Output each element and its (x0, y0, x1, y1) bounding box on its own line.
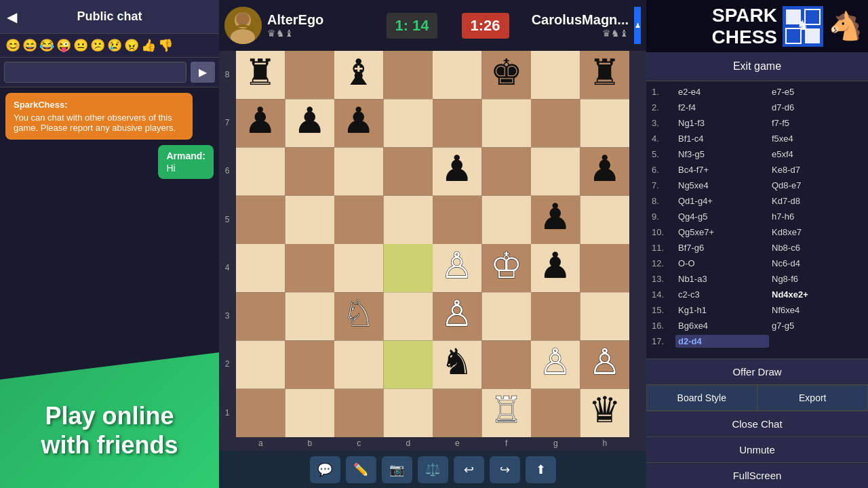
move-black[interactable]: Kd7-d8 (769, 195, 863, 207)
emoji-thumbsdown[interactable]: 👎 (158, 38, 173, 53)
board-area: AlterEgo ♛♞♝ 1: 14 1:26 CarolusMagn... ♛… (219, 0, 646, 488)
back-button[interactable]: ◀ (7, 9, 17, 25)
emoji-grin[interactable]: 😄 (22, 38, 37, 53)
right-panel: SPARK CHESS ♞ 🐴 Exit game 1.e2-e4e7-e52.… (646, 0, 868, 488)
move-row[interactable]: 16.Bg6xe4g7-g5 (652, 318, 863, 333)
move-black[interactable]: d7-d6 (769, 101, 863, 114)
player-bottom-pieces: ♛♞♝ (515, 28, 629, 39)
promo-line1: Play online (41, 401, 178, 430)
flag-toolbar-btn[interactable]: ⬆ (526, 456, 556, 483)
move-row[interactable]: 13.Nb1-a3Ng8-f6 (652, 271, 863, 287)
move-row[interactable]: 17.d2-d4 (652, 333, 863, 349)
move-row[interactable]: 14.c2-c3Nd4xe2+ (652, 287, 863, 302)
sparkchess-sender: SparkChess: (14, 100, 184, 110)
move-row[interactable]: 2.f2-f4d7-d6 (652, 100, 863, 115)
move-black[interactable]: g7-g5 (769, 319, 863, 332)
move-number: 17. (652, 336, 675, 346)
emoji-tongue[interactable]: 😜 (56, 38, 71, 53)
move-row[interactable]: 8.Qd1-g4+Kd7-d8 (652, 193, 863, 209)
move-white[interactable]: Bc4-f7+ (675, 163, 769, 176)
chat-input[interactable] (4, 62, 186, 83)
camera-toolbar-btn[interactable]: 📷 (382, 456, 412, 483)
move-number: 5. (652, 149, 675, 159)
move-white[interactable]: f2-f4 (675, 101, 769, 114)
export-button[interactable]: Export (757, 385, 869, 411)
moves-list: 1.e2-e4e7-e52.f2-f4d7-d63.Ng1-f3f7-f54.B… (646, 81, 868, 359)
move-white[interactable]: Qg4-g5 (675, 210, 769, 223)
move-black[interactable]: Nc6-d4 (769, 257, 863, 270)
balance-toolbar-btn[interactable]: ⚖️ (418, 456, 448, 483)
promo-text: Play online with friends (41, 381, 178, 460)
unmute-button[interactable]: Unmute (646, 436, 868, 462)
emoji-angry[interactable]: 😠 (124, 38, 139, 53)
move-row[interactable]: 15.Kg1-h1Nf6xe4 (652, 302, 863, 318)
move-white[interactable]: Nb1-a3 (675, 272, 769, 285)
move-white[interactable]: Ng1-f3 (675, 117, 769, 129)
move-white[interactable]: e2-e4 (675, 85, 769, 98)
move-white[interactable]: Bf1-c4 (675, 132, 769, 145)
move-white[interactable]: Kg1-h1 (675, 304, 769, 317)
player-top-info: AlterEgo ♛♞♝ (267, 12, 381, 39)
armand-text: Hi (166, 163, 205, 174)
move-white[interactable]: Qd1-g4+ (675, 195, 769, 207)
move-row[interactable]: 11.Bf7-g6Nb8-c6 (652, 240, 863, 256)
spark-header: SPARK CHESS ♞ 🐴 (646, 0, 868, 52)
move-black[interactable]: Nb8-c6 (769, 241, 863, 254)
emoji-laugh[interactable]: 😂 (39, 38, 54, 53)
move-white[interactable]: d2-d4 (675, 335, 769, 348)
move-row[interactable]: 3.Ng1-f3f7-f5 (652, 115, 863, 131)
armand-sender: Armand: (166, 150, 205, 161)
emoji-neutral[interactable]: 😐 (73, 38, 88, 53)
pencil-toolbar-btn[interactable]: ✏️ (346, 456, 376, 483)
move-row[interactable]: 9.Qg4-g5h7-h6 (652, 209, 863, 224)
move-black[interactable]: Kd8xe7 (769, 226, 863, 239)
move-row[interactable]: 1.e2-e4e7-e5 (652, 84, 863, 100)
move-row[interactable]: 4.Bf1-c4f5xe4 (652, 131, 863, 146)
move-black[interactable]: e5xf4 (769, 148, 863, 161)
emoji-sad[interactable]: 😕 (90, 38, 105, 53)
move-black[interactable]: f7-f5 (769, 117, 863, 129)
move-black[interactable]: Ke8-d7 (769, 163, 863, 176)
move-white[interactable]: Ng5xe4 (675, 179, 769, 192)
close-chat-button[interactable]: Close Chat (646, 411, 868, 436)
board-style-button[interactable]: Board Style (646, 385, 757, 411)
move-row[interactable]: 7.Ng5xe4Qd8-e7 (652, 178, 863, 193)
move-white[interactable]: c2-c3 (675, 288, 769, 301)
move-black[interactable]: Nf6xe4 (769, 304, 863, 317)
move-row[interactable]: 10.Qg5xe7+Kd8xe7 (652, 224, 863, 240)
move-number: 12. (652, 258, 675, 268)
bottom-buttons: Close Chat Unmute FullScreen (646, 411, 868, 488)
horse-icon: 🐴 (829, 10, 863, 42)
emoji-smile[interactable]: 😊 (5, 38, 20, 53)
move-row[interactable]: 6.Bc4-f7+Ke8-d7 (652, 162, 863, 178)
redo-toolbar-btn[interactable]: ↪ (490, 456, 520, 483)
move-black[interactable]: Ng8-f6 (769, 272, 863, 285)
emoji-cry[interactable]: 😢 (107, 38, 122, 53)
move-black[interactable]: e7-e5 (769, 85, 863, 98)
player-top-avatar (224, 7, 262, 44)
action-buttons: Board Style Export (646, 385, 868, 411)
move-black[interactable]: f5xe4 (769, 132, 863, 145)
move-black[interactable]: Qd8-e7 (769, 179, 863, 192)
emoji-thumbsup[interactable]: 👍 (141, 38, 156, 53)
exit-game-button[interactable]: Exit game (646, 52, 868, 81)
move-number: 10. (652, 227, 675, 237)
move-white[interactable]: Nf3-g5 (675, 148, 769, 161)
player-bottom-timer: 1:26 (462, 13, 509, 39)
move-black[interactable]: h7-h6 (769, 210, 863, 223)
chat-toolbar-btn[interactable]: 💬 (310, 456, 340, 483)
undo-toolbar-btn[interactable]: ↩ (454, 456, 484, 483)
move-white[interactable]: Qg5xe7+ (675, 226, 769, 239)
move-white[interactable]: Bg6xe4 (675, 319, 769, 332)
sparkchess-text: You can chat with other observers of thi… (14, 113, 184, 133)
move-black[interactable] (769, 340, 863, 343)
fullscreen-button[interactable]: FullScreen (646, 462, 868, 488)
move-row[interactable]: 12.O-ONc6-d4 (652, 256, 863, 271)
move-number: 15. (652, 305, 675, 315)
move-row[interactable]: 5.Nf3-g5e5xf4 (652, 146, 863, 162)
move-white[interactable]: Bf7-g6 (675, 241, 769, 254)
move-black[interactable]: Nd4xe2+ (769, 288, 863, 301)
send-button[interactable]: ▶ (191, 62, 215, 83)
move-white[interactable]: O-O (675, 257, 769, 270)
offer-draw-button[interactable]: Offer Draw (646, 359, 868, 385)
